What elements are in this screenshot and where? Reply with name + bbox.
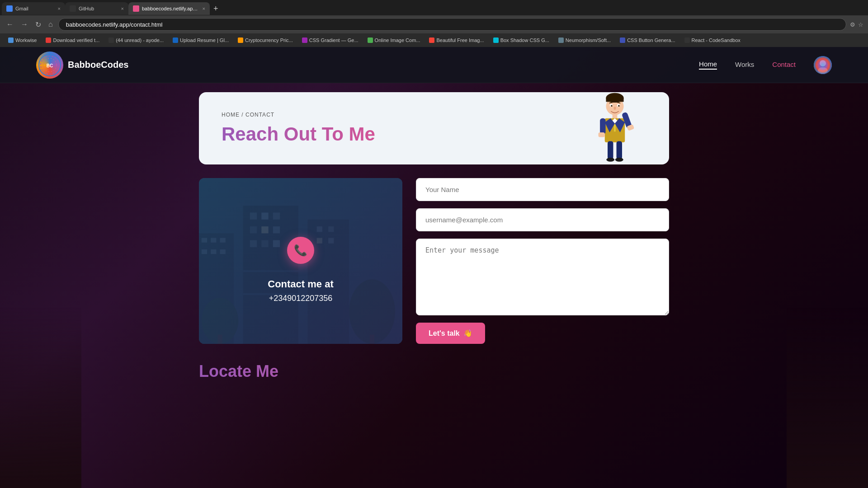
bookmark-favicon	[558, 38, 564, 43]
bookmark-favicon	[238, 38, 243, 43]
reload-button[interactable]: ↻	[33, 19, 43, 30]
browser-chrome: Gmail × GitHub × babboecodes.netlify.app…	[0, 0, 868, 47]
bookmark-label: Cryptocurrency Pric...	[245, 38, 293, 43]
bookmark-beautiful-image[interactable]: Beautiful Free Imag...	[425, 37, 487, 44]
tab-title: GitHub	[79, 6, 118, 11]
svg-rect-28	[617, 141, 622, 159]
svg-rect-24	[599, 132, 605, 137]
bookmark-favicon	[46, 38, 51, 43]
svg-rect-23	[600, 118, 605, 135]
bookmark-download[interactable]: Download verified t...	[42, 37, 103, 44]
tab-title-active: babboecodes.netlify.app/co...	[142, 6, 200, 11]
hero-banner: Home / Contact Reach Out To Me	[199, 92, 669, 164]
svg-rect-9	[606, 98, 623, 102]
svg-text:BC: BC	[47, 63, 53, 68]
tab-close-icon[interactable]: ×	[121, 6, 124, 11]
bookmark-favicon	[684, 38, 690, 43]
bookmark-crypto[interactable]: Cryptocurrency Pric...	[234, 37, 297, 44]
hero-character-illustration	[588, 92, 642, 164]
browser-actions: ⚙ ☆	[850, 21, 863, 28]
site-logo: BC BabboeCodes	[36, 52, 128, 79]
page-title: Reach Out To Me	[222, 123, 646, 145]
bookmark-codesandbox[interactable]: React - CodeSandbox	[681, 37, 744, 44]
tab-close-icon[interactable]: ×	[58, 6, 61, 11]
bookmark-label: Upload Resume | Gl...	[180, 38, 229, 43]
bookmark-ayode[interactable]: (44 unread) - ayode...	[105, 37, 167, 44]
forward-button[interactable]: →	[19, 19, 30, 29]
nav-links: Home Works Contact	[699, 56, 832, 74]
tab-favicon-active	[133, 5, 139, 12]
tab-favicon	[6, 5, 13, 12]
bookmark-workwise[interactable]: Workwise	[5, 37, 40, 44]
bookmark-label: Neumorphism/Soft...	[566, 38, 611, 43]
bookmark-box-shadow[interactable]: Box Shadow CSS G...	[490, 37, 553, 44]
breadcrumb-home[interactable]: Home	[222, 112, 240, 118]
back-button[interactable]: ←	[5, 19, 15, 29]
svg-point-29	[606, 158, 614, 162]
bookmarks-bar: Workwise Download verified t... (44 unre…	[0, 33, 868, 47]
browser-tab-active[interactable]: babboecodes.netlify.app/co... ×	[128, 2, 210, 15]
browser-tab-gh[interactable]: GitHub ×	[65, 2, 128, 15]
contact-section: 📞 Contact me at +2349012207356 Let's tal…	[199, 178, 669, 344]
page-content: Home / Contact Reach Out To Me	[199, 83, 669, 404]
tab-close-active-icon[interactable]: ×	[203, 6, 205, 11]
bookmark-favicon	[8, 38, 14, 43]
bookmark-label: (44 unread) - ayode...	[116, 38, 164, 43]
phone-button[interactable]: 📞	[287, 237, 314, 264]
bookmark-online-image[interactable]: Online Image Com...	[364, 37, 424, 44]
bookmark-favicon	[173, 38, 178, 43]
extensions-button[interactable]: ⚙	[850, 21, 855, 28]
svg-rect-17	[613, 115, 618, 119]
bookmark-neumorphism[interactable]: Neumorphism/Soft...	[555, 37, 614, 44]
bookmark-favicon	[302, 38, 307, 43]
contact-form: Let's talk 👋	[416, 178, 669, 344]
svg-rect-20	[614, 123, 616, 131]
svg-point-16	[613, 107, 616, 110]
nav-link-contact[interactable]: Contact	[772, 61, 796, 69]
site-wrapper: BC BabboeCodes Home Works Contact	[0, 47, 868, 404]
browser-tabs: Gmail × GitHub × babboecodes.netlify.app…	[0, 0, 868, 15]
bookmark-favicon	[620, 38, 625, 43]
bookmark-favicon	[368, 38, 373, 43]
nav-link-home[interactable]: Home	[699, 60, 717, 70]
browser-tab[interactable]: Gmail ×	[2, 2, 65, 15]
submit-button[interactable]: Let's talk 👋	[416, 323, 485, 344]
address-bar[interactable]	[58, 18, 846, 31]
contact-phone-number: +2349012207356	[268, 294, 333, 303]
bookmark-label: Beautiful Free Imag...	[436, 38, 484, 43]
nav-avatar[interactable]	[814, 56, 832, 74]
locate-me-section: Locate Me	[199, 362, 669, 381]
contact-info-text: Contact me at +2349012207356	[268, 278, 333, 303]
bookmark-resume[interactable]: Upload Resume | Gl...	[169, 37, 232, 44]
logo-text: BabboeCodes	[68, 60, 128, 70]
nav-link-works[interactable]: Works	[735, 61, 754, 69]
email-input[interactable]	[416, 208, 669, 231]
message-textarea[interactable]	[416, 239, 669, 315]
breadcrumb-separator: /	[241, 112, 245, 118]
bookmark-label: Box Shadow CSS G...	[500, 38, 549, 43]
site-navbar: BC BabboeCodes Home Works Contact	[0, 47, 868, 83]
svg-point-6	[818, 67, 828, 74]
name-input[interactable]	[416, 178, 669, 201]
bookmark-label: React - CodeSandbox	[692, 38, 741, 43]
bookmark-star[interactable]: ☆	[858, 21, 863, 28]
logo-circle-icon: BC	[36, 52, 63, 79]
bookmark-css-button[interactable]: CSS Button Genera...	[616, 37, 679, 44]
svg-point-12	[611, 105, 613, 107]
bookmark-css-gradient[interactable]: CSS Gradient — Ge...	[298, 37, 362, 44]
submit-label: Let's talk	[429, 329, 460, 338]
submit-emoji: 👋	[463, 329, 472, 338]
phone-icon: 📞	[294, 244, 307, 257]
bookmark-label: Download verified t...	[53, 38, 99, 43]
bookmark-label: CSS Button Genera...	[627, 38, 675, 43]
contact-left-panel: 📞 Contact me at +2349012207356	[199, 178, 402, 344]
browser-toolbar: ← → ↻ ⌂ ⚙ ☆	[0, 15, 868, 33]
bookmark-label: Workwise	[15, 38, 37, 43]
new-tab-button[interactable]: +	[210, 4, 222, 14]
svg-rect-27	[608, 141, 613, 159]
bookmark-label: Online Image Com...	[375, 38, 420, 43]
contact-me-at-label: Contact me at	[268, 278, 333, 290]
tab-favicon	[70, 5, 76, 12]
home-button[interactable]: ⌂	[47, 19, 55, 29]
bookmark-favicon	[108, 38, 114, 43]
